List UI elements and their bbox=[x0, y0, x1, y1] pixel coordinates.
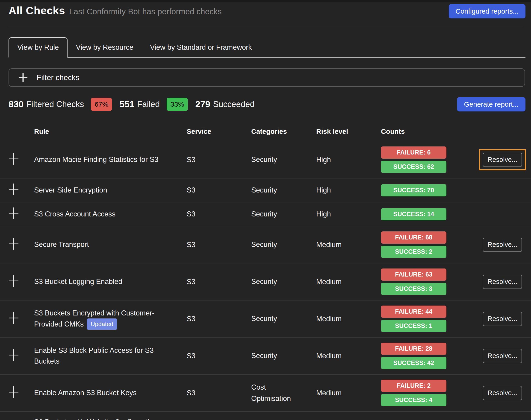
resolve-button[interactable]: Resolve... bbox=[483, 275, 522, 289]
expand-row-icon[interactable] bbox=[9, 208, 19, 219]
categories-value: Security bbox=[251, 239, 300, 250]
filter-checks-bar[interactable]: Filter checks bbox=[9, 68, 525, 87]
table-row: S3 Cross Account Access S3 Security High… bbox=[0, 202, 531, 226]
page-header: All Checks Last Conformity Bot has perfo… bbox=[0, 2, 531, 18]
counts-badges: SUCCESS: 70 bbox=[381, 184, 479, 196]
resolve-button[interactable]: Resolve... bbox=[483, 386, 522, 400]
filtered-checks-label: Filtered Checks bbox=[26, 100, 84, 109]
failed-label: Failed bbox=[137, 100, 160, 109]
failed-percentage-badge: 67% bbox=[91, 98, 112, 111]
rule-name[interactable]: S3 Buckets with Website Configuration En… bbox=[34, 418, 157, 420]
failure-count-badge: FAILURE: 63 bbox=[381, 269, 446, 281]
expand-row-icon[interactable] bbox=[9, 238, 19, 250]
page-title: All Checks bbox=[9, 4, 65, 17]
rule-name[interactable]: S3 Bucket Logging Enabled bbox=[34, 277, 122, 285]
failure-count-badge: FAILURE: 2 bbox=[381, 380, 446, 392]
counts-badges: FAILURE: 6SUCCESS: 62 bbox=[381, 147, 479, 173]
highlight-ring: Resolve... bbox=[482, 311, 523, 327]
summary-row: 830 Filtered Checks 67% 551 Failed 33% 2… bbox=[9, 97, 526, 111]
table-row: Secure Transport S3 Security Medium FAIL… bbox=[0, 226, 531, 263]
resolve-button[interactable]: Resolve... bbox=[483, 312, 522, 326]
categories-value: Security bbox=[251, 350, 300, 361]
succeeded-count: 279 bbox=[195, 99, 210, 109]
tab-view-by-resource[interactable]: View by Resource bbox=[67, 38, 141, 57]
resolve-button[interactable]: Resolve... bbox=[483, 349, 522, 363]
failure-count-badge: FAILURE: 6 bbox=[381, 147, 446, 159]
resolve-button[interactable]: Resolve... bbox=[483, 238, 522, 252]
highlight-ring: Resolve... bbox=[482, 348, 523, 364]
counts-badges: FAILURE: 44SUCCESS: 1 bbox=[381, 306, 479, 332]
success-count-badge: SUCCESS: 14 bbox=[381, 208, 446, 220]
categories-value: Security bbox=[251, 154, 300, 165]
resolve-button[interactable]: Resolve... bbox=[483, 153, 522, 167]
risk-level-value: Medium bbox=[316, 241, 381, 249]
success-count-badge: SUCCESS: 70 bbox=[381, 184, 446, 196]
highlight-ring: Resolve... bbox=[482, 273, 523, 290]
rule-name[interactable]: S3 Cross Account Access bbox=[34, 210, 115, 218]
expand-row-icon[interactable] bbox=[9, 183, 19, 195]
service-value: S3 bbox=[187, 156, 251, 164]
failure-count-badge: FAILURE: 44 bbox=[381, 306, 446, 318]
rule-name[interactable]: Server Side Encryption bbox=[34, 186, 107, 194]
rule-name[interactable]: Enable S3 Block Public Access for S3 Buc… bbox=[34, 346, 154, 365]
risk-level-value: Medium bbox=[316, 278, 381, 286]
service-value: S3 bbox=[187, 241, 251, 249]
risk-level-value: Medium bbox=[316, 352, 381, 360]
expand-row-icon[interactable] bbox=[9, 153, 19, 165]
risk-level-value: High bbox=[316, 186, 381, 194]
highlight-ring: Resolve... bbox=[482, 237, 523, 253]
tab-view-by-rule[interactable]: View by Rule bbox=[9, 37, 67, 58]
categories-value: Security bbox=[251, 276, 300, 287]
column-header-service: Service bbox=[187, 128, 251, 135]
expand-row-icon[interactable] bbox=[9, 275, 19, 287]
header-divider bbox=[9, 27, 522, 27]
risk-level-value: Medium bbox=[316, 315, 381, 323]
expand-row-icon[interactable] bbox=[9, 349, 19, 361]
table-row: Enable S3 Block Public Access for S3 Buc… bbox=[0, 338, 531, 375]
table-row: S3 Buckets with Website Configuration En… bbox=[0, 412, 531, 420]
categories-value: Security bbox=[251, 313, 300, 324]
categories-value: Security bbox=[251, 185, 300, 196]
success-count-badge: SUCCESS: 4 bbox=[381, 394, 446, 406]
service-value: S3 bbox=[187, 210, 251, 218]
succeeded-percentage-badge: 33% bbox=[167, 98, 188, 111]
categories-value: Security bbox=[251, 209, 300, 220]
service-value: S3 bbox=[187, 186, 251, 194]
column-header-rule: Rule bbox=[34, 128, 187, 135]
plus-icon bbox=[19, 73, 27, 82]
success-count-badge: SUCCESS: 42 bbox=[381, 357, 446, 369]
generate-report-button[interactable]: Generate report... bbox=[457, 97, 526, 111]
checks-table: Rule Service Categories Risk level Count… bbox=[0, 123, 531, 420]
highlight-ring: Resolve... bbox=[482, 419, 523, 420]
rule-name[interactable]: Secure Transport bbox=[34, 240, 89, 248]
service-value: S3 bbox=[187, 315, 251, 323]
column-header-counts: Counts bbox=[381, 128, 479, 135]
counts-badges: FAILURE: 2SUCCESS: 4 bbox=[381, 380, 479, 406]
counts-badges: FAILURE: 63SUCCESS: 3 bbox=[381, 269, 479, 295]
expand-row-icon[interactable] bbox=[9, 386, 19, 398]
categories-value: Cost Optimisation bbox=[251, 382, 300, 404]
table-header-row: Rule Service Categories Risk level Count… bbox=[0, 123, 531, 141]
expand-row-icon[interactable] bbox=[9, 312, 19, 324]
failed-count: 551 bbox=[119, 99, 134, 109]
service-value: S3 bbox=[187, 278, 251, 286]
failure-count-badge: FAILURE: 68 bbox=[381, 231, 446, 244]
filtered-checks-count: 830 bbox=[9, 99, 24, 109]
updated-badge: Updated bbox=[87, 318, 117, 330]
risk-level-value: High bbox=[316, 156, 381, 164]
table-row: S3 Bucket Logging Enabled S3 Security Me… bbox=[0, 263, 531, 300]
table-row: Enable Amazon S3 Bucket Keys S3 Cost Opt… bbox=[0, 375, 531, 412]
success-count-badge: SUCCESS: 3 bbox=[381, 283, 446, 295]
configured-reports-button[interactable]: Configured reports... bbox=[449, 4, 526, 18]
tab-view-by-standard-or-framework[interactable]: View by Standard or Framework bbox=[142, 38, 260, 57]
top-strip bbox=[0, 0, 531, 2]
risk-level-value: High bbox=[316, 210, 381, 218]
column-header-risk-level: Risk level bbox=[316, 128, 381, 135]
rule-name[interactable]: Enable Amazon S3 Bucket Keys bbox=[34, 389, 137, 397]
service-value: S3 bbox=[187, 352, 251, 360]
table-row: Server Side Encryption S3 Security High … bbox=[0, 179, 531, 202]
counts-badges: FAILURE: 28SUCCESS: 42 bbox=[381, 343, 479, 369]
rule-name[interactable]: Amazon Macie Finding Statistics for S3 bbox=[34, 155, 158, 164]
success-count-badge: SUCCESS: 62 bbox=[381, 161, 446, 173]
filter-checks-label: Filter checks bbox=[37, 73, 79, 82]
